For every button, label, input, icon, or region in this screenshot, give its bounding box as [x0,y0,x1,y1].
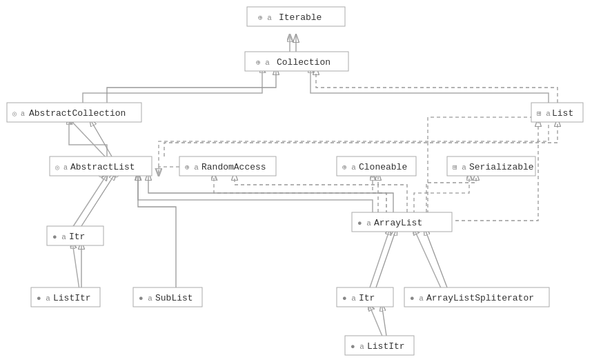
svg-text:● a: ● a [342,294,356,303]
svg-text:● a: ● a [357,219,371,228]
svg-text:ListItr: ListItr [367,341,405,352]
svg-text:● a: ● a [410,294,424,303]
uml-diagram-main: ⊕ a Iterable ⊕ a Collection ◎ a Abstract… [0,0,592,364]
svg-text:⊕ a: ⊕ a [185,163,199,172]
svg-text:⊕ a: ⊕ a [258,14,272,22]
svg-text:Serializable: Serializable [469,162,534,172]
svg-text:⊕ a: ⊕ a [256,59,270,67]
svg-text:⊕ a: ⊕ a [342,163,356,172]
svg-text:ListItr: ListItr [53,293,91,303]
svg-text:ArrayList: ArrayList [374,218,422,228]
svg-text:Itr: Itr [69,232,85,242]
svg-line-10 [90,119,112,156]
svg-line-14 [424,228,447,287]
svg-text:AbstractList: AbstractList [70,162,135,172]
svg-text:Iterable: Iterable [279,12,322,23]
svg-text:◎ a: ◎ a [12,110,25,118]
svg-text:Collection: Collection [277,57,330,68]
svg-text:ArrayListSpliterator: ArrayListSpliterator [426,293,534,303]
svg-text:● a: ● a [351,343,364,351]
svg-text:● a: ● a [139,294,152,303]
svg-text:RandomAccess: RandomAccess [201,162,266,172]
svg-text:⊞ a: ⊞ a [537,110,551,118]
svg-text:● a: ● a [52,233,66,241]
svg-text:Itr: Itr [359,293,375,303]
svg-text:AbstractCollection: AbstractCollection [29,108,126,119]
svg-text:◎ a: ◎ a [55,164,68,172]
svg-line-11 [81,172,116,226]
svg-text:⊞ a: ⊞ a [453,163,466,172]
svg-text:Cloneable: Cloneable [359,162,407,172]
svg-line-15 [382,303,386,336]
svg-text:List: List [552,108,573,119]
svg-text:● a: ● a [37,294,50,303]
svg-line-13 [376,228,397,287]
svg-text:SubList: SubList [155,293,193,303]
